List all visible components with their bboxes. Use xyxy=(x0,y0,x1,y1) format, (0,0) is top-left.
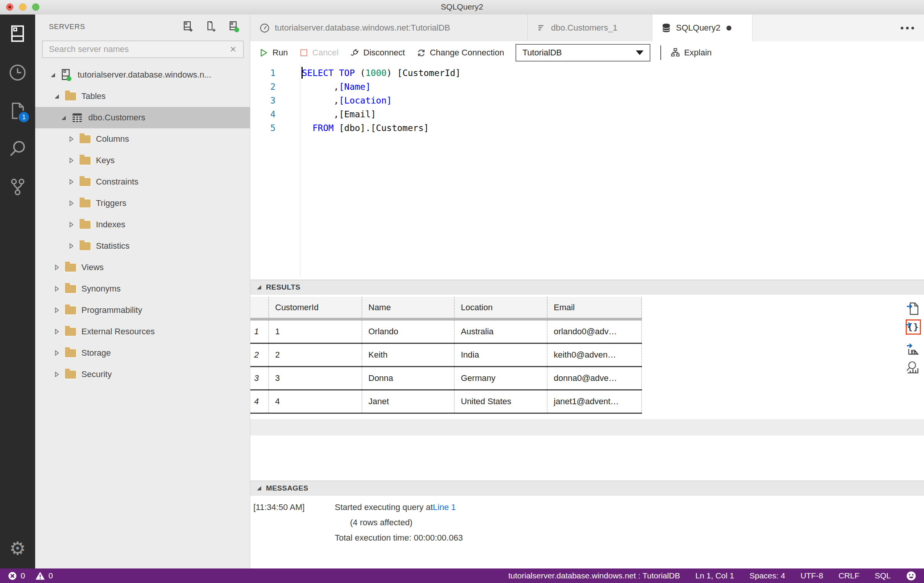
grid-cell[interactable]: 3 xyxy=(269,367,362,390)
status-encoding[interactable]: UTF-8 xyxy=(800,571,823,580)
tab-sqlquery2[interactable]: SQLQuery2 xyxy=(652,15,752,41)
tree-item-triggers[interactable]: Triggers xyxy=(35,193,250,214)
code-line[interactable]: 1SELECT TOP (1000) [CustomerId] xyxy=(250,66,924,80)
tree-item-external-resources[interactable]: External Resources xyxy=(35,321,250,342)
tree-item-security[interactable]: Security xyxy=(35,364,250,385)
cancel-button[interactable]: Cancel xyxy=(299,48,338,58)
status-eol[interactable]: CRLF xyxy=(838,571,860,580)
settings-gear-icon[interactable] xyxy=(0,539,35,558)
chevron-right-icon[interactable] xyxy=(68,179,74,185)
tab-tutorialserver-database-windows-net-tutorialdb[interactable]: tutorialserver.database.windows.net:Tuto… xyxy=(250,15,528,41)
grid-row[interactable]: 44JanetUnited Statesjanet1@advent… xyxy=(250,390,642,413)
tree-item-dbo-customers[interactable]: dbo.Customers xyxy=(35,107,250,128)
view-as-chart-icon[interactable] xyxy=(905,359,921,376)
servers-view-icon[interactable] xyxy=(0,24,35,44)
chevron-right-icon[interactable] xyxy=(68,222,74,228)
chevron-right-icon[interactable] xyxy=(68,243,74,249)
run-button[interactable]: Run xyxy=(259,48,288,58)
code-line[interactable]: 5 FROM [dbo].[Customers] xyxy=(250,121,924,135)
chevron-right-icon[interactable] xyxy=(53,286,60,292)
chevron-right-icon[interactable] xyxy=(68,157,74,164)
grid-cell[interactable]: Keith xyxy=(362,343,454,367)
grid-row[interactable]: 11OrlandoAustraliaorlando0@adv… xyxy=(250,319,642,343)
tree-item-columns[interactable]: Columns xyxy=(35,128,250,150)
messages-panel-header[interactable]: MESSAGES xyxy=(250,481,924,496)
feedback-smiley-icon[interactable] xyxy=(906,571,916,581)
chevron-right-icon[interactable] xyxy=(53,371,60,378)
new-server-group-icon[interactable] xyxy=(205,20,217,33)
database-dropdown[interactable]: TutorialDB xyxy=(515,44,650,61)
chevron-expanded-icon[interactable] xyxy=(53,93,60,100)
tab-dbo-customers-1[interactable]: dbo.Customers_1 xyxy=(528,15,652,41)
code-line[interactable]: 2 ,[Name] xyxy=(250,80,924,94)
clear-search-icon[interactable] xyxy=(229,45,238,54)
code-line[interactable]: 3 ,[Location] xyxy=(250,94,924,107)
message-line-link[interactable]: Line 1 xyxy=(433,500,456,515)
warnings-count[interactable]: 0 xyxy=(48,571,53,580)
tree-item-indexes[interactable]: Indexes xyxy=(35,214,250,236)
grid-cell[interactable]: 1 xyxy=(269,319,362,343)
grid-row[interactable]: 33DonnaGermanydonna0@adve… xyxy=(250,367,642,390)
sql-editor[interactable]: 1SELECT TOP (1000) [CustomerId]2 ,[Name]… xyxy=(250,64,924,280)
dirty-indicator-icon[interactable] xyxy=(726,26,731,31)
task-history-icon[interactable] xyxy=(0,63,35,82)
source-control-icon[interactable] xyxy=(0,177,35,197)
status-cursor-position[interactable]: Ln 1, Col 1 xyxy=(695,571,734,580)
server-search-input[interactable] xyxy=(48,44,229,54)
column-header-name[interactable]: Name xyxy=(362,297,454,319)
server-search-box[interactable] xyxy=(42,41,244,58)
tree-item-constraints[interactable]: Constraints xyxy=(35,171,250,193)
tree-item-storage[interactable]: Storage xyxy=(35,342,250,364)
tree-item-programmability[interactable]: Programmability xyxy=(35,300,250,321)
row-number-header[interactable] xyxy=(250,297,269,319)
chevron-right-icon[interactable] xyxy=(68,200,74,207)
warnings-icon[interactable] xyxy=(35,571,45,581)
grid-cell[interactable]: Orlando xyxy=(362,319,454,343)
results-panel-header[interactable]: RESULTS xyxy=(250,280,924,295)
explain-button[interactable]: Explain xyxy=(670,48,711,58)
grid-cell[interactable]: janet1@advent… xyxy=(547,390,642,413)
grid-cell[interactable]: India xyxy=(454,343,547,367)
tree-item-synonyms[interactable]: Synonyms xyxy=(35,278,250,300)
tree-item-tables[interactable]: Tables xyxy=(35,86,250,107)
grid-cell[interactable]: Janet xyxy=(362,390,454,413)
active-connections-icon[interactable] xyxy=(228,20,240,33)
status-language[interactable]: SQL xyxy=(875,571,891,580)
chevron-right-icon[interactable] xyxy=(53,307,60,314)
chevron-right-icon[interactable] xyxy=(68,136,74,143)
search-icon[interactable] xyxy=(0,139,35,158)
code-line[interactable]: 4 ,[Email] xyxy=(250,107,924,121)
chevron-expanded-icon[interactable] xyxy=(50,72,56,78)
chevron-right-icon[interactable] xyxy=(53,350,60,356)
tree-item-statistics[interactable]: Statistics xyxy=(35,236,250,257)
status-connection[interactable]: tutorialserver.database.windows.net : Tu… xyxy=(508,571,680,580)
grid-cell[interactable]: United States xyxy=(454,390,547,413)
more-actions-icon[interactable] xyxy=(901,27,914,30)
errors-count[interactable]: 0 xyxy=(21,571,25,580)
grid-cell[interactable]: Germany xyxy=(454,367,547,390)
chevron-right-icon[interactable] xyxy=(53,264,60,271)
row-number[interactable]: 2 xyxy=(250,343,269,367)
chevron-right-icon[interactable] xyxy=(53,329,60,335)
row-number[interactable]: 3 xyxy=(250,367,269,390)
new-connection-icon[interactable] xyxy=(182,20,194,33)
column-header-location[interactable]: Location xyxy=(454,297,547,319)
column-header-customerid[interactable]: CustomerId xyxy=(269,297,362,319)
grid-row[interactable]: 22KeithIndiakeith0@adven… xyxy=(250,343,642,367)
maximize-button[interactable] xyxy=(32,3,40,11)
grid-cell[interactable]: 4 xyxy=(269,390,362,413)
grid-cell[interactable]: orlando0@adv… xyxy=(547,319,642,343)
row-number[interactable]: 1 xyxy=(250,319,269,343)
chevron-expanded-icon[interactable] xyxy=(60,115,67,121)
save-as-excel-icon[interactable] xyxy=(905,341,921,357)
tree-item-tutorialserver-database-windows-n[interactable]: tutorialserver.database.windows.n... xyxy=(35,64,250,86)
save-as-csv-icon[interactable] xyxy=(905,300,921,317)
change-connection-button[interactable]: Change Connection xyxy=(416,48,504,58)
tree-item-views[interactable]: Views xyxy=(35,257,250,278)
errors-icon[interactable] xyxy=(8,571,17,581)
grid-cell[interactable]: Australia xyxy=(454,319,547,343)
tree-item-keys[interactable]: Keys xyxy=(35,150,250,171)
row-number[interactable]: 4 xyxy=(250,390,269,413)
grid-cell[interactable]: keith0@adven… xyxy=(547,343,642,367)
grid-cell[interactable]: Donna xyxy=(362,367,454,390)
